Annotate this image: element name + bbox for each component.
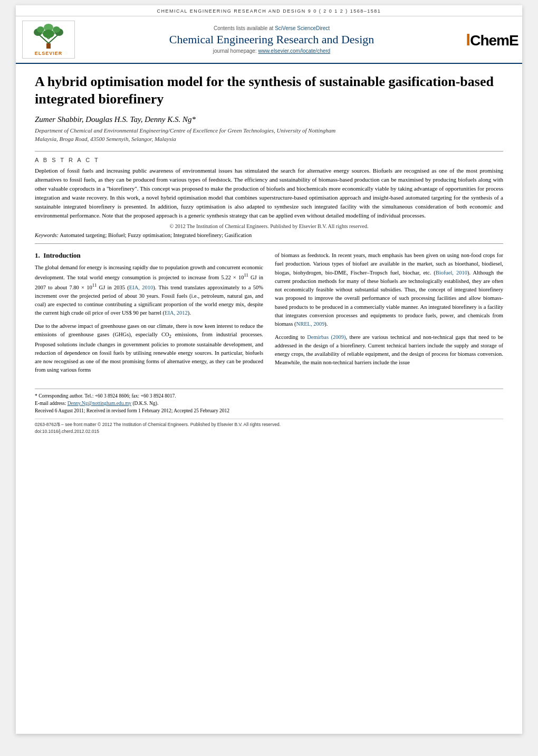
abstract-heading: A B S T R A C T: [35, 157, 503, 163]
elsevier-text: ELSEVIER: [35, 51, 63, 56]
footnote-section: * Corresponding author. Tel.: +60 3 8924…: [35, 389, 503, 415]
footnote-received: Received 6 August 2011; Received in revi…: [35, 407, 503, 414]
body-para-1: The global demand for energy is increasi…: [35, 263, 263, 318]
header-section: ELSEVIER Contents lists available at Sci…: [16, 16, 522, 64]
footnote-corresponding: * Corresponding author. Tel.: +60 3 8924…: [35, 392, 503, 400]
bottom-bar-line1: 0263-8762/$ – see front matter © 2012 Th…: [35, 421, 503, 428]
svg-point-10: [43, 30, 54, 38]
divider-1: [35, 151, 503, 152]
body-para-right-1: of biomass as feedstock. In recent years…: [275, 251, 503, 328]
footnote-email: E-mail address: Denny.Ng@nottingham.edu.…: [35, 400, 503, 407]
journal-homepage-link[interactable]: www.elsevier.com/locate/cherd: [258, 48, 330, 54]
body-para-2: Due to the adverse impact of greenhouse …: [35, 322, 263, 375]
abstract-body: Depletion of fossil fuels and increasing…: [35, 166, 503, 220]
contents-line: Contents lists available at SciVerse Sci…: [214, 25, 330, 31]
svg-point-7: [37, 26, 44, 33]
section-1-heading: 1. Introduction: [35, 251, 263, 260]
elsevier-tree-icon: [27, 23, 70, 50]
keywords: Keywords: Automated targeting; Biofuel; …: [35, 232, 503, 238]
abstract-section: A B S T R A C T Depletion of fossil fuel…: [35, 157, 503, 238]
divider-2: [35, 243, 503, 244]
bottom-bar-line2: doi:10.1016/j.cherd.2012.02.015: [35, 428, 503, 435]
journal-homepage: journal homepage: www.elsevier.com/locat…: [213, 48, 330, 54]
svg-rect-0: [46, 43, 51, 49]
page: CHEMICAL ENGINEERING RESEARCH AND DESIGN…: [16, 5, 522, 734]
article-title: A hybrid optimisation model for the synt…: [35, 73, 503, 108]
authors: Zumer Shabbir, Douglas H.S. Tay, Denny K…: [35, 115, 503, 124]
affiliation: Department of Chemical and Environmental…: [35, 127, 503, 144]
email-link[interactable]: Denny.Ng@nottingham.edu.my: [68, 401, 131, 406]
main-content: A hybrid optimisation model for the synt…: [16, 64, 522, 445]
keywords-values: Automated targeting; Biofuel; Fuzzy opti…: [60, 232, 252, 238]
column-right: of biomass as feedstock. In recent years…: [275, 251, 503, 379]
keywords-label: Keywords:: [35, 232, 59, 238]
bottom-bar: 0263-8762/$ – see front matter © 2012 Th…: [35, 419, 503, 435]
two-column-body: 1. Introduction The global demand for en…: [35, 251, 503, 379]
header-center: Contents lists available at SciVerse Sci…: [80, 21, 463, 59]
icheme-logo: IChemE: [468, 21, 516, 59]
icheme-text: IChemE: [466, 30, 518, 50]
svg-point-8: [53, 26, 60, 33]
journal-top-bar: CHEMICAL ENGINEERING RESEARCH AND DESIGN…: [16, 5, 522, 16]
sciverse-link[interactable]: SciVerse ScienceDirect: [275, 25, 330, 31]
body-para-right-2: According to Demirbas (2009), there are …: [275, 333, 503, 367]
journal-citation: CHEMICAL ENGINEERING RESEARCH AND DESIGN…: [157, 8, 381, 14]
abstract-copyright: © 2012 The Institution of Chemical Engin…: [35, 223, 503, 229]
elsevier-logo: ELSEVIER: [22, 21, 75, 59]
journal-title: Chemical Engineering Research and Design: [169, 33, 374, 46]
column-left: 1. Introduction The global demand for en…: [35, 251, 263, 379]
